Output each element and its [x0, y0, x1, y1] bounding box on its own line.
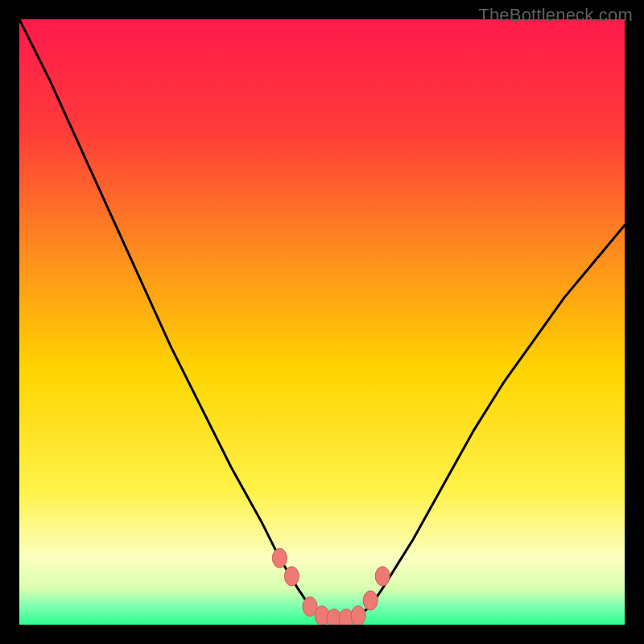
marker-point — [363, 591, 378, 610]
marker-point — [272, 548, 287, 568]
marker-point — [351, 606, 365, 625]
gradient-background — [19, 19, 625, 625]
marker-point — [375, 567, 390, 586]
plot-area — [19, 19, 625, 625]
marker-point — [284, 567, 299, 586]
outer-frame: TheBottleneck.com — [0, 0, 644, 644]
chart-svg — [19, 19, 625, 625]
watermark-text: TheBottleneck.com — [478, 5, 633, 26]
